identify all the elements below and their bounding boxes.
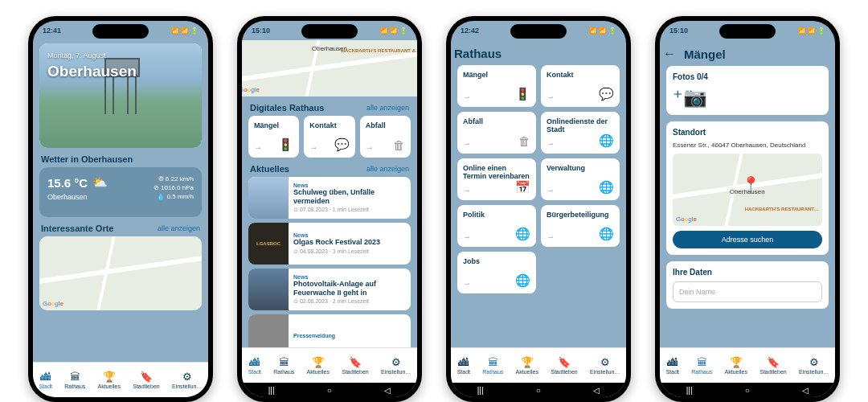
- mini-map[interactable]: Oberhausen HACKBARTH'S RESTAURANT &… Goo…: [242, 40, 417, 96]
- weather-header: Wetter in Oberhausen: [41, 154, 133, 164]
- building-icon: 🏛: [70, 371, 80, 383]
- news-item[interactable]: NewsPhotovoltaik-Anlage auf Feuerwache I…: [248, 269, 411, 310]
- clock: 15:10: [252, 27, 270, 35]
- nav-stadtleben[interactable]: 🔖Stadtleben: [342, 356, 368, 375]
- news-item[interactable]: LGASROCNewsOlgas Rock Festival 2023⊙ 04.…: [248, 223, 411, 265]
- phone-1: 12:41 📶 📶 🔋 Montag, 7. August Oberhausen…: [28, 16, 213, 402]
- location-map[interactable]: 📍 Oberhausen HACKBARTH'S RESTAURANT… Goo…: [673, 154, 822, 226]
- news-thumbnail: [248, 314, 289, 347]
- bottom-nav: 🏙Stadt 🏛Rathaus 🏆Aktuelles 🔖Stadtleben ⚙…: [660, 347, 835, 383]
- arrow-icon: →: [547, 186, 555, 195]
- nav-rathaus[interactable]: 🏛Rathaus: [273, 356, 294, 375]
- trophy-icon: 🏆: [521, 356, 534, 368]
- page-title: Mängel: [684, 47, 726, 61]
- android-nav: |||○◁: [242, 383, 417, 397]
- nav-einstellungen[interactable]: ⚙Einstellun…: [381, 356, 411, 375]
- address-text: Essener Str., 46047 Oberhausen, Deutschl…: [673, 142, 822, 149]
- news-item[interactable]: NewsSchulweg üben, Unfälle vermeiden⊙ 07…: [248, 177, 411, 219]
- bookmark-icon: 🔖: [558, 356, 571, 368]
- nav-einstellungen[interactable]: ⚙Einstellun…: [799, 356, 829, 375]
- news-header: Aktuelles: [250, 164, 289, 174]
- tile[interactable]: Onlinedienste der Stadt→🌐: [541, 112, 620, 154]
- tile-abfall[interactable]: Abfall→🗑: [360, 116, 411, 158]
- hero-city: Oberhausen: [47, 63, 137, 80]
- arrow-icon: →: [366, 143, 374, 152]
- nav-stadt[interactable]: 🏙Stadt: [39, 371, 52, 389]
- home-icon[interactable]: ○: [745, 386, 750, 395]
- tile[interactable]: Jobs→🌐: [457, 252, 536, 293]
- location-label: Standort: [673, 128, 822, 137]
- tile-icon: 🌐: [599, 180, 614, 195]
- nav-stadtleben[interactable]: 🔖Stadtleben: [760, 356, 786, 375]
- hackbarth-label: HACKBARTH'S RESTAURANT…: [745, 207, 819, 211]
- nav-aktuelles[interactable]: 🏆Aktuelles: [725, 356, 747, 375]
- search-address-button[interactable]: Adresse suchen: [673, 231, 822, 248]
- tile[interactable]: Kontakt→💬: [541, 65, 620, 107]
- tile[interactable]: Online einen Termin vereinbaren→📅: [457, 158, 536, 200]
- google-logo: Google: [43, 300, 63, 307]
- show-all-link[interactable]: alle anzeigen: [158, 224, 200, 232]
- trophy-icon: 🏆: [312, 356, 325, 368]
- nav-aktuelles[interactable]: 🏆Aktuelles: [307, 356, 330, 375]
- wind: ⚙ 6.22 km/h: [158, 175, 194, 183]
- weather-card[interactable]: 15.6 °C⛅ Oberhausen ⚙ 6.22 km/h ⊘ 1016.0…: [39, 167, 202, 217]
- recent-icon[interactable]: |||: [477, 386, 484, 395]
- arrow-icon: →: [309, 143, 317, 152]
- recent-icon[interactable]: |||: [686, 386, 693, 395]
- show-all-link[interactable]: alle anzeigen: [366, 104, 409, 112]
- tile-icon: 🗑: [518, 134, 530, 148]
- home-icon[interactable]: ○: [327, 386, 332, 395]
- phone-4: 15:10 📶 📶 🔋 ← Mängel Fotos 0/4 ⁺📷 Stando…: [655, 16, 840, 402]
- tile-title: Kontakt: [547, 71, 614, 79]
- tile-icon: 💬: [599, 87, 614, 101]
- map-city-label: Oberhausen: [730, 188, 765, 195]
- back-icon[interactable]: ◁: [593, 386, 600, 395]
- arrow-icon: →: [547, 92, 555, 101]
- home-icon[interactable]: ○: [536, 386, 541, 395]
- notch: [92, 24, 149, 39]
- nav-stadtleben[interactable]: 🔖Stadtleben: [551, 356, 577, 375]
- map-card[interactable]: Google: [39, 236, 202, 310]
- nav-einstellungen[interactable]: ⚙Einstellun…: [172, 371, 202, 389]
- tile[interactable]: Verwaltung→🌐: [541, 158, 620, 200]
- show-all-link[interactable]: alle anzeigen: [366, 165, 409, 173]
- chat-icon: 💬: [334, 137, 350, 152]
- nav-aktuelles[interactable]: 🏆Aktuelles: [98, 371, 121, 389]
- back-button[interactable]: ←: [663, 47, 676, 61]
- city-icon: 🏙: [249, 356, 260, 368]
- back-icon[interactable]: ◁: [384, 386, 391, 395]
- hero-card[interactable]: Montag, 7. August Oberhausen: [39, 43, 202, 148]
- nav-stadtleben[interactable]: 🔖Stadtleben: [133, 371, 159, 389]
- nav-stadt[interactable]: 🏙Stadt: [248, 356, 261, 375]
- status-icons: 📶 📶 🔋: [380, 27, 407, 35]
- nav-rathaus[interactable]: 🏛Rathaus: [691, 356, 712, 375]
- tile-maengel[interactable]: Mängel→🚦: [248, 116, 299, 158]
- rathaus-header: Digitales Rathaus: [250, 103, 324, 113]
- location-card: Standort Essener Str., 46047 Oberhausen,…: [666, 121, 829, 255]
- nav-rathaus[interactable]: 🏛Rathaus: [482, 356, 503, 375]
- tile[interactable]: Abfall→🗑: [457, 112, 536, 154]
- clock: 12:42: [461, 27, 479, 35]
- nav-stadt[interactable]: 🏙Stadt: [666, 356, 679, 375]
- nav-stadt[interactable]: 🏙Stadt: [457, 356, 470, 375]
- news-item[interactable]: Pressemeldung: [248, 314, 411, 347]
- nav-einstellungen[interactable]: ⚙Einstellun…: [590, 356, 620, 375]
- back-icon[interactable]: ◁: [802, 386, 809, 395]
- tile-icon: 🌐: [515, 227, 530, 241]
- rain: 💧 0.5 mm/h: [157, 193, 194, 200]
- name-input[interactable]: Dein Name: [673, 281, 822, 302]
- arrow-icon: →: [463, 139, 471, 148]
- nav-rathaus[interactable]: 🏛Rathaus: [64, 371, 85, 389]
- tile[interactable]: Politik→🌐: [457, 205, 536, 247]
- tile-title: Online einen Termin vereinbaren: [463, 164, 530, 180]
- trash-icon: 🗑: [393, 138, 405, 152]
- recent-icon[interactable]: |||: [268, 386, 275, 395]
- tile[interactable]: Bürgerbeteiligung→🌐: [541, 205, 620, 247]
- tile-kontakt[interactable]: Kontakt→💬: [304, 116, 354, 158]
- tile[interactable]: Mängel→🚦: [457, 65, 536, 107]
- add-photo-button[interactable]: ⁺📷: [673, 86, 822, 109]
- building-icon: 🏛: [697, 356, 707, 368]
- notch: [719, 24, 776, 39]
- nav-aktuelles[interactable]: 🏆Aktuelles: [516, 356, 538, 375]
- weather-icon: ⛅: [92, 175, 108, 190]
